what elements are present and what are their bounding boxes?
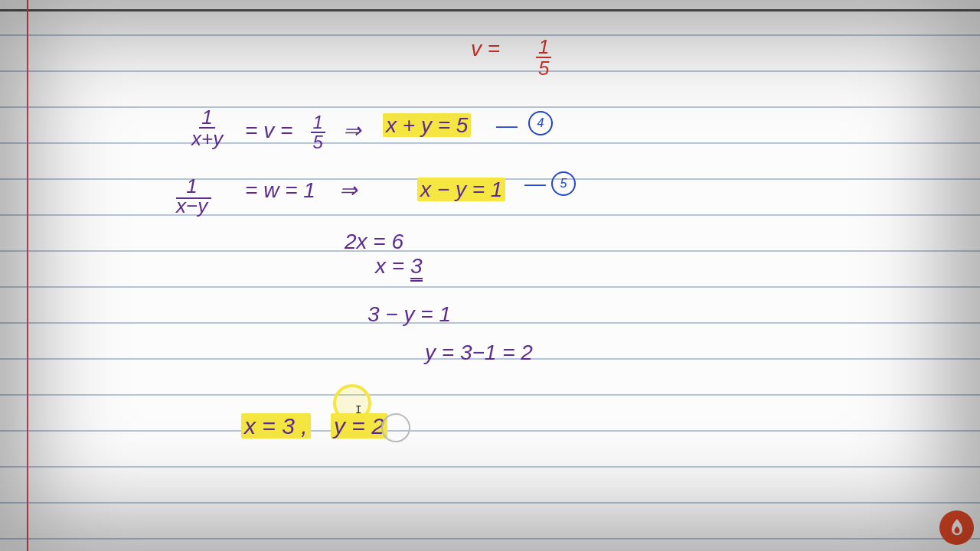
eq1-rhs-num: 1	[311, 113, 325, 133]
answer-x-text: x = 3 ,	[241, 413, 311, 439]
eq1-lhs: 1 x+y	[191, 107, 223, 148]
step-2x6: 2x = 6	[345, 230, 403, 254]
eq1-label-circle: 4	[528, 111, 553, 135]
eq2-label-circle: 5	[551, 171, 576, 196]
dash-1: —	[496, 113, 518, 137]
doubtnut-logo-icon	[939, 510, 974, 545]
eq2-mid-text: = w = 1	[245, 178, 315, 202]
dash-2: —	[524, 171, 546, 195]
text-v-equals: v =	[471, 37, 500, 60]
circled-5: 5	[551, 171, 576, 196]
eq2-mid: = w = 1 ⇒	[245, 178, 357, 203]
text-2x6: 2x = 6	[345, 230, 403, 253]
cursor-caret: I	[355, 403, 361, 416]
answer-x: x = 3 ,	[241, 413, 311, 439]
eq2-dash: —	[524, 171, 546, 196]
eq2-lhs: 1 x−y	[176, 176, 207, 216]
flame-d-icon	[946, 517, 968, 539]
handwritten-content: v = 1 5 1 x+y = v = 1 5 ⇒ x + y = 5 — 4	[0, 0, 980, 551]
eq1-den: x+y	[191, 129, 223, 148]
step-y2: y = 3−1 = 2	[425, 341, 533, 365]
x3-underlined: 3	[410, 254, 423, 279]
frac-den-5: 5	[538, 58, 549, 78]
circled-4: 4	[528, 111, 553, 135]
eq1-mid: = v = 1 5 ⇒	[245, 113, 361, 152]
eq2-result: x − y = 1	[417, 178, 505, 202]
gray-circle-outline	[381, 413, 410, 442]
text-y2: y = 3−1 = 2	[425, 341, 533, 364]
cursor-highlight-circle	[333, 384, 371, 422]
eq2-num: 1	[186, 174, 197, 197]
step-x3: x = 3	[375, 254, 423, 279]
frac-num-1: 1	[536, 37, 551, 58]
step-3y1: 3 − y = 1	[368, 302, 451, 327]
eq1-result-text: x + y = 5	[383, 113, 471, 137]
eq2-result-text: x − y = 1	[417, 178, 505, 201]
eq1-result: x + y = 5	[383, 113, 471, 138]
eq-v-equals: v =	[471, 37, 500, 61]
implies-arrow-2: ⇒	[339, 178, 357, 202]
eq1-dash: —	[496, 113, 518, 138]
text-3y1: 3 − y = 1	[368, 302, 451, 326]
eq1-rhs-den: 5	[313, 133, 323, 152]
implies-arrow-1: ⇒	[343, 119, 361, 142]
eq1-mid-text: = v =	[245, 119, 292, 142]
eq1-num: 1	[199, 107, 214, 129]
eq-v-fraction: 1 5	[536, 37, 551, 78]
